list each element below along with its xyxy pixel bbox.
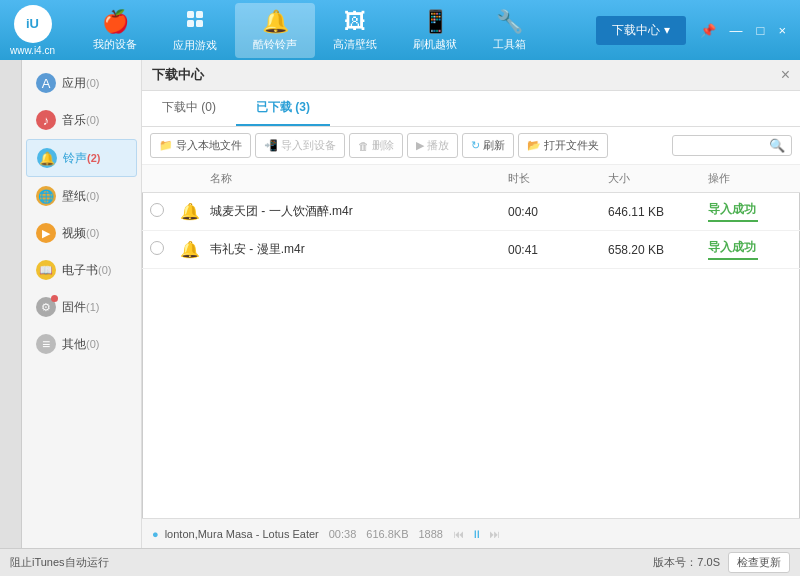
check-update-button[interactable]: 检查更新 <box>728 552 790 573</box>
refresh-button[interactable]: ↻ 刷新 <box>462 133 514 158</box>
sidebar-other-count: (0) <box>86 338 99 350</box>
sidebar-wallpaper-label: 壁纸 <box>62 188 86 205</box>
sidebar-music-label: 音乐 <box>62 112 86 129</box>
download-panel: 下载中心 × 下载中 (0) 已下载 (3) 📁 导入本地文件 📲 <box>142 60 800 548</box>
window-controls: 📌 — □ × <box>696 21 790 40</box>
sidebar-ringtone-label: 铃声 <box>63 150 87 167</box>
nav-apps-games[interactable]: 应用游戏 <box>155 2 235 59</box>
th-duration: 时长 <box>500 171 600 186</box>
delete-icon: 🗑 <box>358 140 369 152</box>
sidebar-item-music[interactable]: ♪ 音乐 (0) <box>26 102 137 138</box>
apps-icon <box>184 8 206 36</box>
refresh-icon: ↻ <box>471 139 480 152</box>
nav-toolbox[interactable]: 🔧 工具箱 <box>475 3 544 58</box>
ebook-icon: 📖 <box>36 260 56 280</box>
version-label: 版本号：7.0S <box>653 555 720 570</box>
panel-close-button[interactable]: × <box>781 66 790 84</box>
stop-itunes-label: 阻止iTunes自动运行 <box>10 555 109 570</box>
file-table: 名称 时长 大小 操作 🔔 城麦天团 - 一人饮酒醉.m4r 00:40 646… <box>142 165 800 518</box>
playing-count: 1888 <box>418 528 442 540</box>
sidebar-item-video[interactable]: ▶ 视频 (0) <box>26 215 137 251</box>
play-icon: ▶ <box>416 139 424 152</box>
playing-size: 616.8KB <box>366 528 408 540</box>
radio-icon <box>150 241 164 255</box>
delete-button[interactable]: 🗑 删除 <box>349 133 403 158</box>
nav-jailbreak-label: 刷机越狱 <box>413 37 457 52</box>
sidebar-item-wallpaper[interactable]: 🌐 壁纸 (0) <box>26 178 137 214</box>
import-device-icon: 📲 <box>264 139 278 152</box>
row1-duration: 00:40 <box>500 205 600 219</box>
nav-my-device[interactable]: 🍎 我的设备 <box>75 3 155 58</box>
panel-titlebar: 下载中心 × <box>142 60 800 91</box>
th-checkbox <box>142 171 172 186</box>
tab-bar: 下载中 (0) 已下载 (3) <box>142 91 800 127</box>
row2-checkbox[interactable] <box>142 241 172 258</box>
minimize-icon[interactable]: — <box>726 21 747 40</box>
status-bar: 阻止iTunes自动运行 版本号：7.0S 检查更新 <box>0 548 800 576</box>
nav-ringtones[interactable]: 🔔 酷铃铃声 <box>235 3 315 58</box>
logo-icon: iU <box>14 5 52 43</box>
th-name: 名称 <box>202 171 500 186</box>
bell-icon: 🔔 <box>180 241 200 258</box>
success-line <box>708 220 758 222</box>
maximize-icon[interactable]: □ <box>753 21 769 40</box>
import-local-button[interactable]: 📁 导入本地文件 <box>150 133 251 158</box>
th-icon <box>172 171 202 186</box>
sidebar-item-ringtone[interactable]: 🔔 铃声 (2) <box>26 139 137 177</box>
row2-size: 658.20 KB <box>600 243 700 257</box>
playing-duration: 00:38 <box>329 528 357 540</box>
nav-wallpaper[interactable]: 🖼 高清壁纸 <box>315 3 395 58</box>
video-icon: ▶ <box>36 223 56 243</box>
tab-downloading[interactable]: 下载中 (0) <box>142 91 236 126</box>
sidebar-item-ebook[interactable]: 📖 电子书 (0) <box>26 252 137 288</box>
next-icon[interactable]: ⏭ <box>489 528 500 540</box>
nav-toolbox-label: 工具箱 <box>493 37 526 52</box>
nav-my-device-label: 我的设备 <box>93 37 137 52</box>
row2-name: 韦礼安 - 漫里.m4r <box>202 241 500 258</box>
sidebar-music-count: (0) <box>86 114 99 126</box>
row1-checkbox[interactable] <box>142 203 172 220</box>
sidebar-item-other[interactable]: ≡ 其他 (0) <box>26 326 137 362</box>
close-icon[interactable]: × <box>774 21 790 40</box>
sidebar: A 应用 (0) ♪ 音乐 (0) 🔔 铃声 (2) 🌐 壁纸 (0) ▶ <box>22 60 142 548</box>
pin-icon[interactable]: 📌 <box>696 21 720 40</box>
th-size: 大小 <box>600 171 700 186</box>
logo-area: iU www.i4.cn <box>10 5 55 56</box>
nav-jailbreak[interactable]: 📱 刷机越狱 <box>395 3 475 58</box>
svg-rect-1 <box>196 11 203 18</box>
wallpaper-icon: 🖼 <box>344 9 366 35</box>
sidebar-video-label: 视频 <box>62 225 86 242</box>
wallpaper-icon: 🌐 <box>36 186 56 206</box>
play-pause-icon[interactable]: ⏸ <box>471 528 482 540</box>
prev-icon[interactable]: ⏮ <box>453 528 464 540</box>
download-center-button[interactable]: 下载中心 ▾ <box>596 16 685 45</box>
search-input[interactable] <box>679 140 769 152</box>
open-folder-button[interactable]: 📂 打开文件夹 <box>518 133 608 158</box>
sidebar-item-firmware[interactable]: ⚙ 固件 (1) <box>26 289 137 325</box>
row1-name: 城麦天团 - 一人饮酒醉.m4r <box>202 203 500 220</box>
sidebar-ringtone-count: (2) <box>87 152 100 164</box>
left-strip <box>0 60 22 548</box>
play-button[interactable]: ▶ 播放 <box>407 133 458 158</box>
mini-player: ● lonton,Mura Masa - Lotus Eater 00:38 6… <box>142 518 800 548</box>
sidebar-video-count: (0) <box>86 227 99 239</box>
toolbox-icon: 🔧 <box>496 9 523 35</box>
search-box: 🔍 <box>672 135 792 156</box>
sidebar-ebook-count: (0) <box>98 264 111 276</box>
sidebar-item-app[interactable]: A 应用 (0) <box>26 65 137 101</box>
import-device-button[interactable]: 📲 导入到设备 <box>255 133 345 158</box>
tab-downloaded[interactable]: 已下载 (3) <box>236 91 330 126</box>
apple-icon: 🍎 <box>102 9 129 35</box>
firmware-icon: ⚙ <box>36 297 56 317</box>
sidebar-ebook-label: 电子书 <box>62 262 98 279</box>
bell-icon: 🔔 <box>180 203 200 220</box>
nav-bar: 🍎 我的设备 应用游戏 🔔 酷铃铃声 🖼 高清壁纸 📱 刷机越狱 <box>75 2 596 59</box>
row2-file-icon: 🔔 <box>172 240 202 259</box>
row1-size: 646.11 KB <box>600 205 700 219</box>
svg-rect-3 <box>196 20 203 27</box>
search-icon: 🔍 <box>769 138 785 153</box>
nav-ringtones-label: 酷铃铃声 <box>253 37 297 52</box>
row2-duration: 00:41 <box>500 243 600 257</box>
nav-apps-games-label: 应用游戏 <box>173 38 217 53</box>
player-controls: ⏮ ⏸ ⏭ <box>453 528 500 540</box>
